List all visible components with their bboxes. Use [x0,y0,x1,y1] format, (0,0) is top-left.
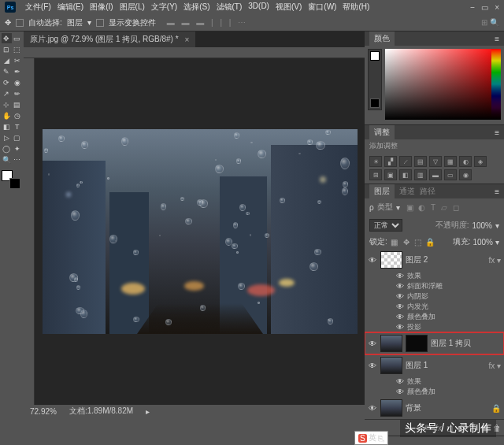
fx-header[interactable]: 👁 效果 [365,376,504,387]
fx-item[interactable]: 👁 内发光 [365,302,504,312]
lock-position-icon[interactable]: ✥ [402,237,411,247]
menu-item[interactable]: 窗口(W) [305,2,339,13]
tool-button[interactable]: ◯ [2,143,12,154]
paths-tab[interactable]: 路径 [420,186,435,197]
fill-value[interactable]: 100% [472,238,493,247]
menu-item[interactable]: 编辑(E) [54,2,87,13]
threshold-icon[interactable]: ▬ [429,169,442,180]
tool-button[interactable]: ⋯ [13,154,23,165]
tool-button[interactable]: ▢ [13,132,23,143]
brightness-icon[interactable]: ☀ [369,156,382,167]
invert-icon[interactable]: ◧ [399,169,412,180]
fx-badge[interactable]: fx ▾ [488,256,501,265]
tool-button[interactable]: ✦ [13,143,23,154]
zoom-level[interactable]: 72.92% [30,407,57,416]
menu-item[interactable]: 选择(S) [180,2,213,13]
tool-button[interactable]: ✋ [2,110,12,121]
visibility-icon[interactable]: 👁 [368,339,377,348]
tool-button[interactable]: ▷ [2,132,12,143]
layer-row[interactable]: 👁背景🔒 [365,397,504,419]
layer-row[interactable]: 👁图层 1 拷贝 [365,332,504,354]
tool-button[interactable]: ✏ [13,88,23,98]
tool-button[interactable]: ⬚ [13,44,23,54]
selective-icon[interactable]: ◉ [459,169,472,180]
blend-mode-select[interactable]: 正常 [369,219,402,232]
layer-name[interactable]: 图层 2 [406,254,428,265]
gradient-map-icon[interactable]: ▭ [444,169,457,180]
tool-button[interactable]: ✎ [2,66,12,76]
color-spectrum[interactable] [385,49,501,120]
auto-select-checkbox[interactable] [16,19,24,27]
curves-icon[interactable]: ⟋ [399,156,412,167]
hue-slider[interactable] [491,49,501,120]
menu-item[interactable]: 滤镜(T) [213,2,246,13]
tool-button[interactable]: 🔍 [2,154,12,165]
move-tool-icon[interactable]: ✥ [5,18,11,27]
vibrance-icon[interactable]: ▽ [429,156,442,167]
fx-header[interactable]: 👁 效果 [365,271,504,281]
menu-item[interactable]: 文字(Y) [148,2,180,13]
tool-button[interactable]: ▭ [13,33,23,43]
close-icon[interactable]: × [185,35,190,44]
fx-item[interactable]: 👁 斜面和浮雕 [365,281,504,291]
tool-button[interactable]: ▤ [13,99,23,109]
fx-item[interactable]: 👁 颜色叠加 [365,387,504,397]
layer-name[interactable]: 图层 1 拷贝 [431,338,471,349]
tool-button[interactable]: ◢ [2,55,12,65]
color-lookup-icon[interactable]: ▣ [384,169,397,180]
tool-button[interactable]: ◉ [13,77,23,87]
lock-pixels-icon[interactable]: ▦ [390,237,399,247]
canvas[interactable] [35,58,365,405]
levels-icon[interactable]: ▞ [384,156,397,167]
transform-checkbox[interactable] [96,19,104,27]
tool-button[interactable]: T [13,121,23,132]
tool-button[interactable]: ✂ [13,55,23,65]
color-swatches[interactable] [2,170,20,189]
menu-item[interactable]: 视图(V) [272,2,305,13]
posterize-icon[interactable]: ▥ [414,169,427,180]
tool-button[interactable]: ⊹ [2,99,12,109]
fx-item[interactable]: 👁 内阴影 [365,291,504,302]
menu-item[interactable]: 帮助(H) [339,2,372,13]
visibility-icon[interactable]: 👁 [368,403,377,413]
tool-button[interactable]: ✥ [2,33,12,43]
channel-mix-icon[interactable]: ⊞ [369,169,382,180]
auto-select-dropdown[interactable]: 图层 [67,17,83,28]
photo-filter-icon[interactable]: ◈ [474,156,487,167]
tool-button[interactable]: ✒ [13,66,23,76]
layers-tab[interactable]: 图层 [369,184,395,198]
opacity-value[interactable]: 100% [472,221,492,230]
tool-button[interactable]: ↗ [2,88,12,98]
fx-item[interactable]: 👁 投影 [365,322,504,332]
lock-all-icon[interactable]: 🔒 [425,237,435,247]
tool-button[interactable]: ⊡ [2,44,12,54]
layer-name[interactable]: 图层 1 [406,360,428,371]
visibility-icon[interactable]: 👁 [368,255,377,265]
hue-icon[interactable]: ▦ [444,156,457,167]
menu-item[interactable]: 图像(I) [87,2,116,13]
channels-tab[interactable]: 通道 [395,186,420,197]
fx-item[interactable]: 👁 颜色叠加 [365,312,504,322]
document-tab[interactable]: 原片.jpg @ 72.9% (图层 1 拷贝, RGB/8#) *× [24,32,195,47]
layer-row[interactable]: 👁图层 1fx ▾ [365,354,504,376]
exposure-icon[interactable]: ▤ [414,156,427,167]
visibility-icon[interactable]: 👁 [368,361,377,370]
fx-badge[interactable]: fx ▾ [488,362,501,370]
adjust-tab[interactable]: 调整 [369,125,395,139]
layer-row[interactable]: 👁图层 2fx ▾ [365,249,504,271]
bw-icon[interactable]: ◐ [459,156,472,167]
color-tab[interactable]: 颜色 [369,32,395,46]
close-icon[interactable]: × [495,3,499,12]
lock-icon[interactable]: ⬚ [413,237,423,247]
menu-item[interactable]: 文件(F) [22,2,54,13]
minimize-icon[interactable]: − [470,3,475,12]
menu-item[interactable]: 3D(D) [245,2,272,13]
tool-button[interactable]: ◧ [2,121,12,132]
workspace-search-icon[interactable]: ⊞ 🔍 [481,18,499,27]
menu-item[interactable]: 图层(L) [117,2,148,13]
layer-name[interactable]: 背景 [406,402,421,413]
tool-button[interactable]: ◷ [13,110,23,121]
tool-button[interactable]: ⟳ [2,77,12,87]
color-swatch-bg[interactable] [368,49,382,110]
ime-indicator[interactable]: S英⎘, [354,431,388,445]
